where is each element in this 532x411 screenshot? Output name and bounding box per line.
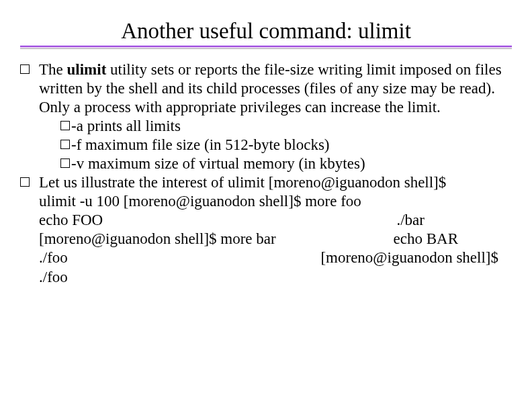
slide-title: Another useful command: ulimit [20,19,512,44]
sub-item-v: -v maximum size of virtual memory (in kb… [60,154,512,173]
square-bullet-icon [20,64,30,74]
term-line3-right: ./bar [396,211,425,230]
square-bullet-icon [20,177,30,187]
term-line1-right: [moreno@iguanodon shell]$ [269,174,447,191]
bullet-item-1: The ulimit utility sets or reports the f… [20,60,512,117]
flag-a: -a [71,118,83,134]
term-line5-right: [moreno@iguanodon shell]$ [320,248,498,267]
term-line4: [moreno@iguanodon shell]$ more bar echo … [39,230,512,248]
term-line4-right: echo BAR [394,230,458,248]
bullet-item-2-block: Let us illustrate the interest of ulimit… [40,173,512,286]
term-line2: ulimit -u 100 [moreno@iguanodon shell]$ … [39,192,512,211]
bullet-item-2: Let us illustrate the interest of ulimit… [20,173,512,286]
flag-f: -f [71,136,81,153]
term-line6: ./foo [39,268,512,287]
flag-v: -v [71,155,84,172]
term-line3: echo FOO ./bar [39,211,512,230]
square-bullet-icon [60,121,70,130]
p1-post: utility sets or reports the file-size wr… [39,61,502,116]
p1-command: ulimit [67,61,107,78]
term-line3-left: echo FOO [39,211,103,230]
flag-f-desc: maximum file size (in 512-byte blocks) [81,136,329,153]
term-line4-left: [moreno@iguanodon shell]$ more bar [39,230,276,248]
flag-v-desc: maximum size of virtual memory (in kbyte… [84,155,365,172]
term-line5-left: ./foo [39,248,68,267]
sub-item-f: -f maximum file size (in 512-byte blocks… [60,136,512,154]
paragraph-2: Let us illustrate the interest of ulimit… [39,173,512,286]
square-bullet-icon [60,158,70,168]
term-line5: ./foo [moreno@iguanodon shell]$ [39,248,512,267]
title-underline [20,46,512,48]
paragraph-1: The ulimit utility sets or reports the f… [39,60,512,117]
flag-a-desc: prints all limits [83,118,181,134]
sub-item-a: -a prints all limits [60,117,512,136]
slide-body: The ulimit utility sets or reports the f… [20,60,512,287]
square-bullet-icon [60,140,70,149]
slide: Another useful command: ulimit The ulimi… [0,0,532,411]
sub-list: -a prints all limits -f maximum file siz… [60,117,512,173]
p1-pre: The [39,61,67,78]
p2-lead: Let us illustrate the interest of ulimit [39,174,269,191]
